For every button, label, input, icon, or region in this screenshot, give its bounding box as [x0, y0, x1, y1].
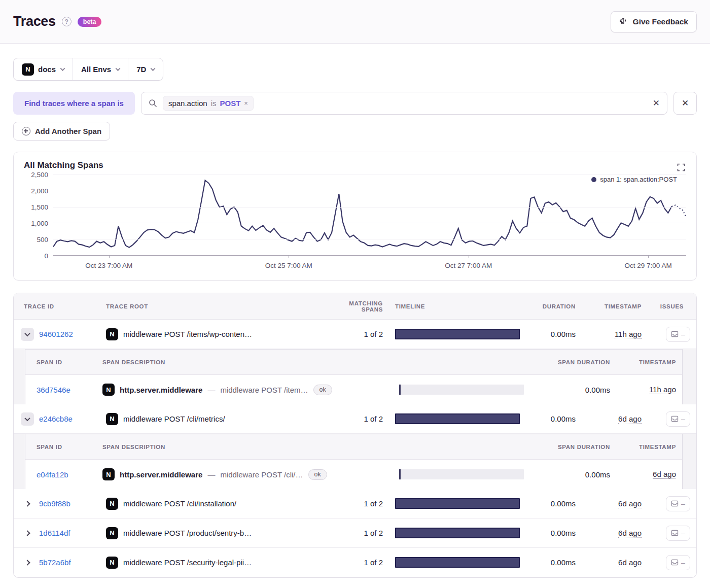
issue-box-icon — [671, 530, 679, 536]
nextjs-project-icon: N — [106, 527, 118, 539]
chevron-down-icon — [24, 330, 30, 336]
gridline — [53, 175, 686, 175]
span-id-link[interactable]: 36d7546e — [37, 386, 70, 394]
timeline-bar[interactable] — [395, 329, 520, 339]
trace-root: middleware POST /product/sentry-b… — [123, 529, 252, 537]
issues-button[interactable]: – — [666, 327, 690, 342]
issues-button[interactable]: – — [666, 555, 690, 570]
timestamp-link[interactable]: 6d ago — [653, 470, 676, 479]
trace-id-link[interactable]: 1d6114df — [39, 529, 70, 537]
issues-button[interactable]: – — [666, 496, 690, 511]
trace-id-link[interactable]: e246cb8e — [39, 414, 73, 423]
trace-root: middleware POST /cli/installation/ — [123, 499, 236, 508]
expand-row-button[interactable] — [24, 530, 30, 536]
span-timeline-bar[interactable] — [399, 469, 524, 479]
trace-id-link[interactable]: 9cb9f88b — [39, 499, 70, 508]
page-filter-bar: N docs All Envs 7D — [13, 58, 163, 81]
gridline — [53, 207, 686, 207]
nextjs-project-icon: N — [106, 498, 118, 510]
span-duration: 0.00ms — [530, 470, 616, 479]
gridline — [53, 239, 686, 239]
table-row: e246cb8e N middleware POST /cli/metrics/… — [14, 404, 696, 434]
span-table-header: SPAN ID SPAN DESCRIPTION SPAN DURATION T… — [25, 350, 682, 375]
help-icon[interactable]: ? — [62, 17, 72, 26]
table-row: 1d6114df N middleware POST /product/sent… — [14, 518, 696, 548]
trace-root: middleware POST /cli/metrics/ — [123, 414, 225, 423]
matching-spans: 1 of 2 — [323, 558, 389, 567]
collapse-row-button[interactable] — [21, 412, 34, 426]
y-tick-label: 1,500 — [31, 203, 48, 211]
span-duration: 0.00ms — [530, 386, 616, 394]
megaphone-icon — [619, 17, 628, 27]
remove-span-query-button[interactable]: ✕ — [673, 92, 697, 115]
table-row: 94601262 N middleware POST /items/wp-con… — [14, 320, 696, 349]
timeline-bar[interactable] — [395, 413, 520, 424]
y-tick-label: 1,000 — [31, 220, 48, 227]
x-tick — [648, 256, 649, 258]
issues-button[interactable]: – — [666, 411, 690, 427]
timestamp-link[interactable]: 11h ago — [615, 330, 642, 339]
plus-circle-icon — [22, 127, 30, 135]
trace-id-link[interactable]: 5b72a6bf — [39, 558, 71, 567]
duration: 0.00ms — [526, 414, 582, 423]
timestamp-link[interactable]: 6d ago — [618, 499, 642, 508]
span-search-input[interactable]: span.action is POST × ✕ — [141, 92, 667, 115]
chevron-down-icon — [151, 66, 156, 71]
span-description: middleware POST /item… — [220, 386, 308, 394]
chevron-down-icon — [60, 66, 65, 71]
all-matching-spans-panel: All Matching Spans span 1: span.action:P… — [13, 152, 697, 281]
collapse-row-button[interactable] — [21, 328, 34, 341]
span-table-header: SPAN ID SPAN DESCRIPTION SPAN DURATION T… — [25, 434, 682, 460]
token-remove-icon[interactable]: × — [244, 99, 248, 107]
expand-row-button[interactable] — [24, 501, 30, 506]
issue-box-icon — [671, 559, 679, 566]
duration: 0.00ms — [526, 558, 582, 567]
environment-filter[interactable]: All Envs — [73, 58, 128, 80]
nextjs-project-icon: N — [106, 328, 118, 340]
span-op: http.server.middleware — [120, 386, 202, 394]
timeline-bar[interactable] — [395, 498, 520, 509]
timestamp-link[interactable]: 6d ago — [618, 529, 642, 538]
timestamp-link[interactable]: 11h ago — [649, 385, 676, 394]
span-row: e04fa12b N http.server.middleware — midd… — [25, 460, 682, 489]
duration: 0.00ms — [526, 529, 582, 537]
y-tick-label: 2,500 — [31, 171, 48, 179]
span-description: middleware POST /cli/… — [220, 470, 303, 479]
clear-search-icon[interactable]: ✕ — [653, 98, 660, 109]
trace-root: middleware POST /security-legal-pii… — [123, 558, 252, 567]
issue-box-icon — [671, 331, 679, 337]
trace-root: middleware POST /items/wp-conten… — [123, 330, 252, 338]
page-header: Traces ? beta Give Feedback — [0, 0, 710, 44]
span-op: http.server.middleware — [120, 470, 202, 479]
issue-box-icon — [671, 500, 679, 507]
nextjs-project-icon: N — [102, 468, 115, 480]
search-icon — [149, 99, 157, 108]
x-tick-label: Oct 25 7:00 AM — [265, 262, 312, 269]
span-id-link[interactable]: e04fa12b — [37, 470, 68, 479]
expanded-spans-panel: SPAN ID SPAN DESCRIPTION SPAN DURATION T… — [14, 434, 696, 489]
date-range-filter[interactable]: 7D — [128, 58, 163, 80]
spans-trend-chart[interactable] — [53, 175, 686, 256]
issues-button[interactable]: – — [666, 526, 690, 541]
timeline-bar[interactable] — [395, 557, 520, 568]
trace-id-link[interactable]: 94601262 — [39, 330, 73, 338]
timestamp-link[interactable]: 6d ago — [618, 558, 642, 567]
span-timeline-bar[interactable] — [399, 385, 524, 395]
duration: 0.00ms — [526, 330, 582, 338]
fullscreen-icon[interactable] — [677, 163, 685, 174]
duration: 0.00ms — [526, 499, 582, 508]
chart-title: All Matching Spans — [24, 160, 686, 170]
x-tick-label: Oct 27 7:00 AM — [445, 262, 492, 269]
find-traces-label: Find traces where a span is — [13, 92, 135, 115]
expand-row-button[interactable] — [24, 560, 30, 565]
add-another-span-button[interactable]: Add Another Span — [13, 122, 110, 141]
query-token[interactable]: span.action is POST × — [163, 96, 254, 111]
span-status-badge: ok — [313, 385, 332, 395]
timestamp-link[interactable]: 6d ago — [618, 414, 642, 424]
chevron-down-icon — [116, 66, 121, 71]
timeline-bar[interactable] — [395, 528, 520, 538]
give-feedback-button[interactable]: Give Feedback — [611, 11, 697, 32]
matching-spans: 1 of 2 — [323, 499, 389, 508]
matching-spans: 1 of 2 — [323, 330, 389, 338]
project-filter[interactable]: N docs — [14, 58, 73, 80]
